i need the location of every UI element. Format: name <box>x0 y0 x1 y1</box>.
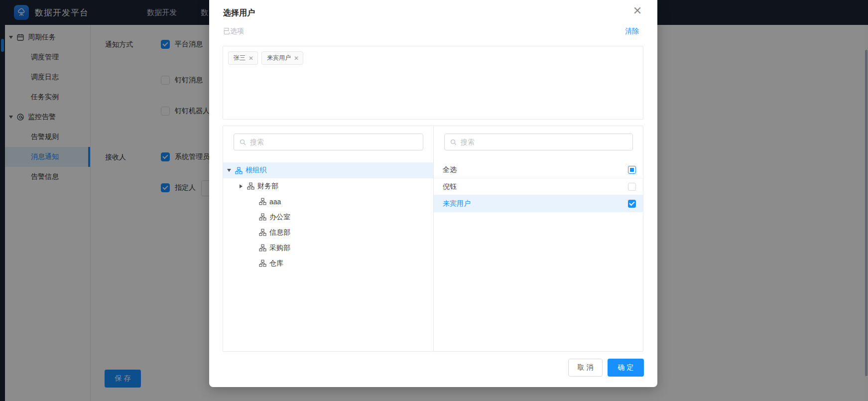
chevron-right-icon[interactable] <box>235 184 247 188</box>
user-list-panel: 全选 倪钰 来宾用户 <box>434 126 643 351</box>
user-row-label: 来宾用户 <box>443 199 471 208</box>
user-row-label: 全选 <box>443 165 457 174</box>
tree-node-label: 办公室 <box>269 213 290 222</box>
modal-footer: 取 消 确 定 <box>568 359 644 377</box>
tree-node-label: 采购部 <box>269 244 290 253</box>
checkbox-unchecked[interactable] <box>628 183 636 191</box>
tree-node-purchasing[interactable]: 采购部 <box>223 240 433 256</box>
remove-tag-icon[interactable]: ✕ <box>294 55 299 62</box>
tree-node-label: 根组织 <box>246 166 266 175</box>
checkbox-checked[interactable] <box>628 200 636 208</box>
confirm-button[interactable]: 确 定 <box>608 359 644 377</box>
user-search-box <box>444 134 633 150</box>
tag-label: 张三 <box>234 54 246 62</box>
user-search-input[interactable] <box>461 138 627 146</box>
tree-node-label: 仓库 <box>269 259 283 268</box>
search-icon <box>239 138 247 146</box>
selected-items-label: 已选项 <box>223 27 244 36</box>
user-list: 全选 倪钰 来宾用户 <box>434 161 643 212</box>
org-icon <box>235 167 243 174</box>
org-icon <box>259 213 266 221</box>
org-icon <box>259 260 266 267</box>
selected-tag: 张三 ✕ <box>228 51 258 65</box>
clear-selected-link[interactable]: 清除 <box>625 27 639 36</box>
tag-label: 来宾用户 <box>267 54 291 62</box>
user-row-niyu[interactable]: 倪钰 <box>434 178 643 195</box>
tree-node-info-dept[interactable]: 信息部 <box>223 225 433 240</box>
tree-node-finance[interactable]: 财务部 <box>223 178 433 194</box>
selected-items-box: 张三 ✕ 来宾用户 ✕ <box>223 46 643 120</box>
modal-title: 选择用户 <box>223 8 255 18</box>
user-row-label: 倪钰 <box>443 182 457 191</box>
tree-node-aaa[interactable]: aaa <box>223 194 433 209</box>
org-tree: 根组织 财务部 aaa <box>223 162 433 351</box>
cancel-button[interactable]: 取 消 <box>568 359 603 377</box>
app-window: 数据开发平台 数据开发 数 周期任务 调度管理 调度日志 任务实例 监控告警 <box>0 0 868 401</box>
org-icon <box>247 182 254 190</box>
org-icon <box>259 244 266 252</box>
org-icon <box>259 198 266 205</box>
tree-node-office[interactable]: 办公室 <box>223 209 433 225</box>
org-icon <box>259 229 266 236</box>
tree-node-label: 财务部 <box>257 182 278 191</box>
search-icon <box>450 138 457 146</box>
tree-node-label: aaa <box>269 198 281 206</box>
select-user-modal: 选择用户 ✕ 已选项 清除 张三 ✕ 来宾用户 ✕ <box>209 0 657 387</box>
selected-tag: 来宾用户 ✕ <box>261 51 303 65</box>
org-tree-panel: 根组织 财务部 aaa <box>223 126 434 351</box>
user-row-guest[interactable]: 来宾用户 <box>434 195 643 212</box>
chevron-down-icon[interactable] <box>223 169 235 172</box>
close-icon[interactable]: ✕ <box>630 4 644 18</box>
tree-node-root[interactable]: 根组织 <box>223 162 433 178</box>
org-search-input[interactable] <box>250 138 418 146</box>
user-transfer-panels: 根组织 财务部 aaa <box>223 126 643 352</box>
remove-tag-icon[interactable]: ✕ <box>248 55 253 62</box>
org-search-box <box>234 134 423 150</box>
checkbox-indeterminate[interactable] <box>628 166 636 174</box>
tree-node-label: 信息部 <box>269 228 290 237</box>
tree-node-warehouse[interactable]: 仓库 <box>223 256 433 271</box>
user-row-select-all[interactable]: 全选 <box>434 161 643 178</box>
